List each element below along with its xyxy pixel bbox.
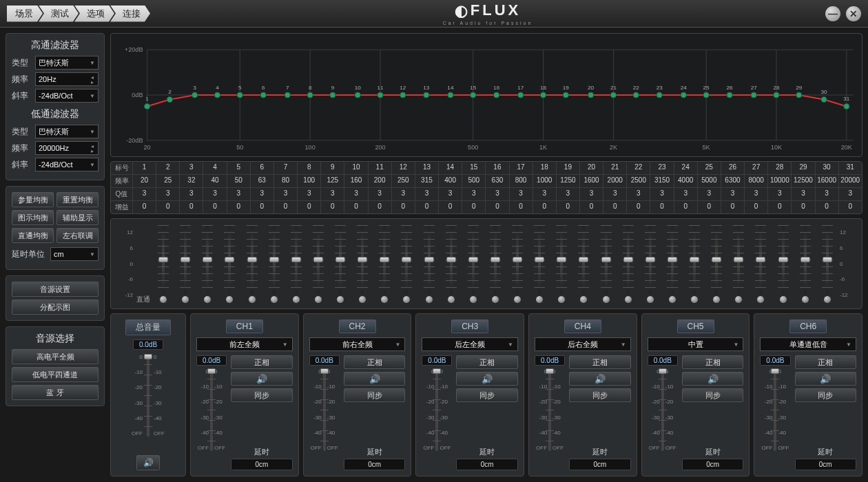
eq-gain-cell[interactable]: 0 xyxy=(392,201,415,213)
eq-gain-cell[interactable]: 0 xyxy=(369,201,392,213)
hp-freq-input[interactable]: 20Hz xyxy=(35,72,99,86)
eq-band-indicator[interactable] xyxy=(735,296,742,303)
eq-freq-cell[interactable]: 10000 xyxy=(768,175,792,187)
eq-freq-cell[interactable]: 80 xyxy=(274,175,298,187)
eq-gain-cell[interactable]: 0 xyxy=(674,201,698,213)
delay-value[interactable]: 0cm xyxy=(231,459,293,470)
mute-button[interactable]: 🔊 xyxy=(569,372,631,386)
eq-gain-cell[interactable]: 0 xyxy=(650,201,674,213)
eq-band-indicator[interactable] xyxy=(713,296,720,303)
eq-freq-cell[interactable]: 800 xyxy=(510,175,533,187)
eq-q-cell[interactable]: 3 xyxy=(839,188,862,200)
eq-band-indicator[interactable] xyxy=(249,296,256,303)
eq-gain-slider[interactable] xyxy=(339,225,342,294)
eq-gain-slider[interactable] xyxy=(405,225,408,294)
eq-gain-slider[interactable] xyxy=(228,225,231,294)
lp-slope-select[interactable]: -24dB/Oct xyxy=(35,158,99,171)
eq-gain-slider[interactable] xyxy=(184,225,187,294)
channel-name[interactable]: CH3 xyxy=(451,319,488,333)
minimize-button[interactable]: — xyxy=(825,6,840,21)
eq-q-cell[interactable]: 3 xyxy=(344,188,368,200)
eq-gain-cell[interactable]: 0 xyxy=(792,201,815,213)
sync-button[interactable]: 同步 xyxy=(231,388,293,402)
eq-gain-cell[interactable]: 0 xyxy=(816,201,839,213)
eq-gain-slider[interactable] xyxy=(472,225,475,294)
eq-q-cell[interactable]: 3 xyxy=(627,188,650,200)
eq-gain-slider[interactable] xyxy=(782,225,785,294)
eq-freq-cell[interactable]: 1250 xyxy=(557,175,580,187)
eq-q-cell[interactable]: 3 xyxy=(462,188,486,200)
eq-band-indicator[interactable] xyxy=(160,296,167,303)
eq-gain-cell[interactable]: 0 xyxy=(745,201,768,213)
eq-q-cell[interactable]: 3 xyxy=(510,188,533,200)
src-hilevel-button[interactable]: 高电平全频 xyxy=(12,349,99,364)
eq-gain-slider[interactable] xyxy=(605,225,608,294)
source-settings-button[interactable]: 音源设置 xyxy=(12,282,99,297)
graphic-eq-button[interactable]: 图示均衡 xyxy=(12,210,54,225)
eq-q-cell[interactable]: 3 xyxy=(486,188,509,200)
eq-band-indicator[interactable] xyxy=(603,296,610,303)
eq-freq-cell[interactable]: 630 xyxy=(486,175,509,187)
eq-freq-cell[interactable]: 1600 xyxy=(580,175,603,187)
eq-band-indicator[interactable] xyxy=(691,296,698,303)
eq-gain-slider[interactable] xyxy=(538,225,541,294)
eq-gain-slider[interactable] xyxy=(361,225,364,294)
eq-freq-cell[interactable]: 6300 xyxy=(721,175,745,187)
eq-gain-cell[interactable]: 0 xyxy=(510,201,533,213)
eq-gain-cell[interactable]: 0 xyxy=(603,201,627,213)
eq-q-cell[interactable]: 3 xyxy=(180,188,203,200)
delay-value[interactable]: 0cm xyxy=(344,459,406,470)
aux-display-button[interactable]: 辅助显示 xyxy=(56,210,99,225)
eq-q-cell[interactable]: 3 xyxy=(533,188,557,200)
phase-button[interactable]: 正相 xyxy=(569,355,631,369)
eq-band-indicator[interactable] xyxy=(315,296,322,303)
channel-assign-select[interactable]: 后左全频 xyxy=(422,337,518,351)
eq-q-cell[interactable]: 3 xyxy=(321,188,344,200)
eq-gain-cell[interactable]: 0 xyxy=(344,201,368,213)
eq-gain-cell[interactable]: 0 xyxy=(298,201,321,213)
eq-freq-cell[interactable]: 500 xyxy=(462,175,486,187)
breadcrumb-item[interactable]: 连接 xyxy=(110,6,150,22)
src-bluetooth-button[interactable]: 蓝 牙 xyxy=(12,385,99,400)
eq-freq-cell[interactable]: 50 xyxy=(227,175,251,187)
eq-freq-cell[interactable]: 200 xyxy=(369,175,392,187)
eq-gain-slider[interactable] xyxy=(317,225,320,294)
response-graph[interactable]: +20dB0dB-20dB20501002005001K2K5K10K20K12… xyxy=(110,33,862,157)
eq-gain-slider[interactable] xyxy=(649,225,652,294)
eq-freq-cell[interactable]: 40 xyxy=(203,175,227,187)
eq-gain-cell[interactable]: 0 xyxy=(721,201,745,213)
eq-band-indicator[interactable] xyxy=(536,296,543,303)
pass-eq-button[interactable]: 直通均衡 xyxy=(12,228,54,243)
delay-value[interactable]: 0cm xyxy=(456,459,518,470)
eq-freq-cell[interactable]: 160 xyxy=(344,175,368,187)
eq-freq-cell[interactable]: 63 xyxy=(251,175,274,187)
mute-button[interactable]: 🔊 xyxy=(456,372,518,386)
eq-freq-cell[interactable]: 125 xyxy=(321,175,344,187)
eq-freq-cell[interactable]: 100 xyxy=(298,175,321,187)
eq-q-cell[interactable]: 3 xyxy=(227,188,251,200)
eq-q-cell[interactable]: 3 xyxy=(298,188,321,200)
eq-band-indicator[interactable] xyxy=(492,296,499,303)
eq-gain-slider[interactable] xyxy=(804,225,807,294)
channel-assign-select[interactable]: 后右全频 xyxy=(535,337,631,351)
mute-button[interactable]: 🔊 xyxy=(344,372,406,386)
eq-q-cell[interactable]: 3 xyxy=(603,188,627,200)
channel-slider[interactable] xyxy=(323,368,326,451)
breadcrumb-item[interactable]: 场景 xyxy=(7,6,43,22)
eq-band-indicator[interactable] xyxy=(558,296,565,303)
delay-value[interactable]: 0cm xyxy=(795,459,857,470)
lp-freq-input[interactable]: 20000Hz xyxy=(35,141,99,155)
close-button[interactable]: ✕ xyxy=(846,6,861,21)
mute-button[interactable]: 🔊 xyxy=(231,372,293,386)
eq-gain-slider[interactable] xyxy=(516,225,519,294)
channel-name[interactable]: CH5 xyxy=(677,319,714,333)
channel-name[interactable]: CH1 xyxy=(226,319,263,333)
phase-button[interactable]: 正相 xyxy=(795,355,857,369)
breadcrumb-item[interactable]: 选项 xyxy=(74,6,114,22)
eq-gain-cell[interactable]: 0 xyxy=(580,201,603,213)
eq-q-cell[interactable]: 3 xyxy=(768,188,792,200)
eq-band-indicator[interactable] xyxy=(226,296,233,303)
eq-gain-cell[interactable]: 0 xyxy=(415,201,439,213)
mute-button[interactable]: 🔊 xyxy=(795,372,857,386)
eq-q-cell[interactable]: 3 xyxy=(674,188,698,200)
